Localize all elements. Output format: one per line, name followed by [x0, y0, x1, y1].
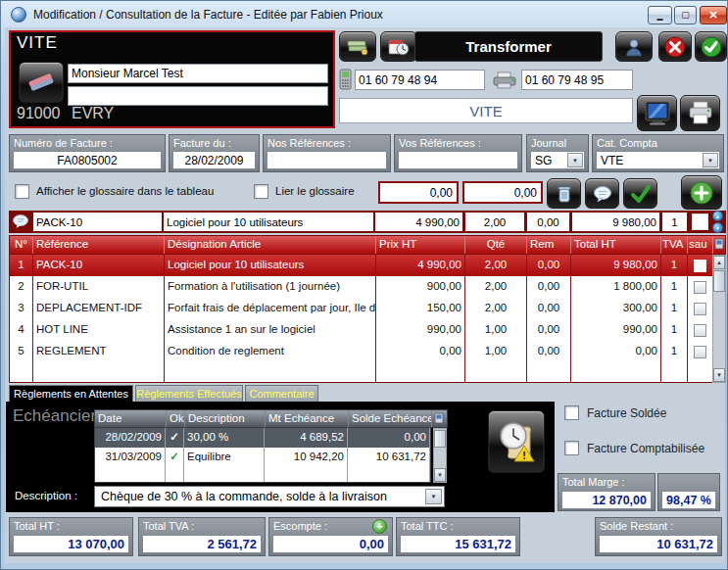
saut-checkbox[interactable]: [694, 281, 706, 294]
echeancier-title: Echéancier :: [13, 406, 106, 426]
echeance-row[interactable]: 28/02/2009 ✓ 30,00 % 4 689,52 0,00: [95, 428, 430, 448]
close-button[interactable]: ✕: [700, 6, 727, 24]
edit-prix-input[interactable]: [375, 213, 462, 231]
scroll-down-button[interactable]: ▼: [713, 368, 725, 382]
payment-button[interactable]: [339, 31, 376, 62]
scroll-up-button[interactable]: ▲: [713, 256, 725, 269]
contact-button[interactable]: [615, 31, 653, 62]
facture-soldee-checkbox[interactable]: [564, 405, 579, 420]
total-marge-panel: Total Marge :: [558, 473, 655, 511]
validate-button[interactable]: [695, 31, 727, 62]
erase-customer-button[interactable]: [19, 62, 64, 103]
saut-checkbox[interactable]: [694, 346, 706, 358]
col-header-rem[interactable]: Rem: [527, 236, 571, 254]
col-header-num[interactable]: N°: [10, 236, 33, 254]
chevron-down-icon[interactable]: ▼: [703, 153, 718, 167]
article-row[interactable]: 2 FOR-UTIL Formation à l'utilisation (1 …: [10, 276, 712, 298]
chevron-down-icon[interactable]: ▼: [567, 153, 583, 167]
move-line-up-button[interactable]: ▲: [712, 211, 723, 221]
scrollbar-thumb[interactable]: [713, 270, 725, 292]
plus-icon: [689, 180, 714, 206]
link-glossary-checkbox[interactable]: [254, 184, 268, 199]
article-row[interactable]: 5 REGLEMENT Condition de reglement 0,00 …: [10, 341, 712, 362]
edit-saut-checkbox[interactable]: [692, 214, 708, 230]
cat-compta-select[interactable]: VTE ▼: [596, 151, 720, 169]
move-line-down-button[interactable]: ▼: [712, 222, 723, 233]
ech-col-date[interactable]: Date: [95, 410, 167, 427]
echeancier-scrollbar[interactable]: ▼: [433, 428, 447, 483]
echeance-row[interactable]: 31/03/2009 ✓ Equilibre 10 942,20 10 631,…: [95, 448, 430, 467]
edit-total-input[interactable]: [572, 213, 659, 231]
comment-line-button[interactable]: [585, 178, 619, 209]
saut-checkbox[interactable]: [694, 260, 706, 272]
facture-comptabilisee-checkbox[interactable]: [564, 441, 579, 455]
facture-du-input[interactable]: [172, 151, 256, 169]
add-line-button[interactable]: [681, 175, 722, 210]
edit-rem-input[interactable]: [527, 213, 569, 231]
echeance-description: 30,00 %: [184, 428, 265, 448]
scrollbar-thumb[interactable]: [434, 430, 446, 448]
link-glossary-label: Lier le glossaire: [275, 185, 355, 197]
edit-tva-input[interactable]: [662, 213, 687, 231]
show-glossary-checkbox[interactable]: [15, 184, 29, 199]
nos-references-input[interactable]: [267, 151, 387, 169]
vos-references-input[interactable]: [398, 151, 518, 169]
articles-scrollbar[interactable]: ▲ ▼: [712, 255, 726, 383]
numero-facture-input[interactable]: [13, 151, 162, 169]
saut-checkbox[interactable]: [694, 324, 706, 337]
article-row[interactable]: 1 PACK-10 Logiciel pour 10 utilisateurs …: [10, 255, 712, 276]
customer-name-input[interactable]: [68, 64, 328, 83]
tariff-field[interactable]: VITE: [339, 98, 633, 123]
fax-input[interactable]: [521, 70, 633, 90]
column-settings-icon[interactable]: [713, 236, 727, 254]
article-row[interactable]: 3 DEPLACEMENT-IDF Forfait frais de dépla…: [10, 298, 712, 319]
ech-column-settings-icon[interactable]: [432, 410, 449, 427]
echeance-row[interactable]: [95, 467, 430, 482]
customer-address2-input[interactable]: [68, 86, 328, 106]
edit-reference-input[interactable]: [33, 213, 162, 231]
cat-compta-label: Cat. Compta: [597, 137, 657, 149]
ech-col-description[interactable]: Description: [185, 410, 266, 427]
article-row[interactable]: [10, 362, 712, 382]
col-header-prix[interactable]: Prix HT: [376, 236, 465, 254]
total-ttc-label: Total TTC :: [401, 520, 454, 532]
ech-col-montant[interactable]: Mt Echéance: [266, 410, 349, 427]
confirm-line-button[interactable]: [623, 178, 657, 209]
delete-line-button[interactable]: [547, 178, 581, 209]
print-button[interactable]: [680, 95, 720, 131]
facture-soldee-label: Facture Soldée: [587, 406, 666, 420]
article-row[interactable]: 4 HOT LINE Assistance 1 an sur le logici…: [10, 319, 712, 341]
escompte-panel: Escompte : +: [268, 517, 393, 556]
saut-checkbox[interactable]: [694, 303, 706, 315]
col-header-tva[interactable]: TVA: [661, 236, 688, 254]
description-select[interactable]: Chèque de 30 % à la commande, solde à la…: [94, 486, 445, 507]
phone-input[interactable]: [355, 70, 485, 90]
minimize-button[interactable]: ▬: [648, 6, 672, 24]
glossary-value2-input[interactable]: [462, 181, 543, 204]
col-header-qte[interactable]: Qté: [465, 236, 527, 254]
ech-col-ok[interactable]: Ok: [167, 410, 185, 427]
tab-reglements-effectues[interactable]: Règlements Effectués: [135, 385, 243, 402]
scroll-down-button[interactable]: ▼: [434, 468, 446, 482]
tab-commentaire[interactable]: Commentaire: [245, 385, 318, 402]
edit-designation-input[interactable]: [164, 213, 373, 231]
col-header-reference[interactable]: Référence: [33, 236, 165, 254]
echeance-date: 31/03/2009: [95, 448, 166, 467]
tab-reglements-en-attentes[interactable]: Règlements en Attentes: [9, 385, 133, 402]
cancel-button[interactable]: [658, 31, 692, 62]
maximize-button[interactable]: ▢: [674, 6, 697, 24]
ech-col-solde[interactable]: Solde Echéance: [349, 410, 432, 427]
edit-qte-input[interactable]: [465, 213, 524, 231]
col-header-designation[interactable]: Désignation Article: [165, 236, 376, 254]
glossary-value1-input[interactable]: [378, 181, 459, 204]
payment-schedule-button[interactable]: !: [488, 410, 545, 473]
escompte-value[interactable]: [272, 535, 389, 553]
col-header-saut[interactable]: sau: [688, 236, 713, 254]
col-header-total[interactable]: Total HT: [571, 236, 661, 254]
schedule-button[interactable]: [380, 31, 417, 62]
chevron-down-icon[interactable]: ▼: [425, 489, 442, 504]
preview-button[interactable]: [637, 95, 677, 131]
add-escompte-button[interactable]: +: [372, 519, 387, 534]
journal-select[interactable]: SG ▼: [530, 151, 585, 169]
transformer-button[interactable]: Transformer: [414, 31, 603, 62]
